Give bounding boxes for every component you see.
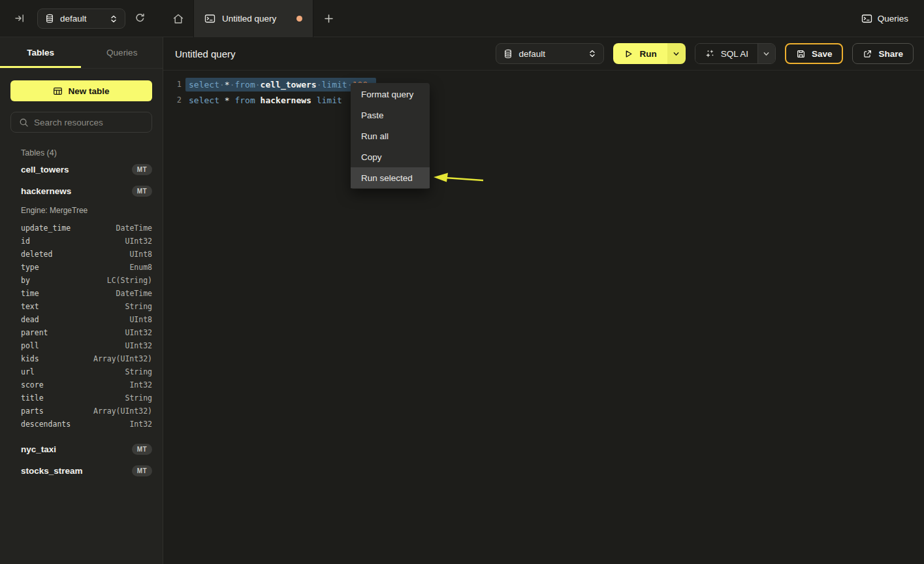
context-menu-item-run-all[interactable]: Run all <box>351 125 430 146</box>
home-icon <box>172 13 184 25</box>
table-name: cell_towers <box>21 165 69 174</box>
run-options-caret[interactable] <box>667 43 686 64</box>
chevron-down-icon <box>673 50 680 58</box>
new-tab-button[interactable] <box>313 0 343 37</box>
column-name: deleted <box>21 250 52 259</box>
table-row-cell_towers[interactable]: cell_towers MT <box>21 159 152 180</box>
query-toolbar: default Run <box>496 43 914 64</box>
context-menu-item-run-selected[interactable]: Run selected <box>351 167 430 188</box>
sidebar-tab-tables[interactable]: Tables <box>0 37 82 68</box>
search-input[interactable] <box>34 118 150 127</box>
column-row: by LC(String) <box>21 274 152 287</box>
column-row: time DateTime <box>21 287 152 300</box>
sql-ai-button-group: SQL AI <box>695 43 776 64</box>
line-number: 2 <box>163 95 182 105</box>
sql-ai-button-label: SQL AI <box>721 49 748 59</box>
tab-untitled-query[interactable]: Untitled query <box>193 0 313 37</box>
engine-badge: MT <box>132 444 152 455</box>
refresh-icon <box>135 12 146 24</box>
annotation-arrow <box>431 170 486 187</box>
column-name: url <box>21 367 35 376</box>
database-selector[interactable]: default <box>37 8 125 29</box>
column-name: score <box>21 380 44 390</box>
column-name: id <box>21 237 30 246</box>
column-type: Enum8 <box>129 263 152 272</box>
context-menu: Format query Paste Run all Copy Run sele… <box>351 83 430 189</box>
engine-badge: MT <box>132 465 152 476</box>
table-row-stocks_stream[interactable]: stocks_stream MT <box>21 460 152 482</box>
share-button[interactable]: Share <box>852 43 914 64</box>
column-row: parent UInt32 <box>21 326 152 339</box>
editor-line[interactable]: 2 select * from hackernews limit <box>163 92 924 108</box>
column-type: Int32 <box>129 380 152 390</box>
collapse-sidebar-button[interactable] <box>14 13 25 24</box>
context-menu-item-copy[interactable]: Copy <box>351 146 430 167</box>
column-row: descendants Int32 <box>21 418 152 431</box>
collapse-right-icon <box>14 13 25 24</box>
context-menu-item-paste[interactable]: Paste <box>351 105 430 125</box>
table-name: stocks_stream <box>21 466 83 476</box>
play-icon <box>624 49 633 59</box>
columns-list: update_time DateTime id UInt32 deleted U… <box>21 222 152 431</box>
column-type: UInt8 <box>129 250 152 259</box>
column-row: parts Array(UInt32) <box>21 405 152 418</box>
run-button[interactable]: Run <box>613 43 667 64</box>
column-type: String <box>125 302 152 311</box>
column-row: type Enum8 <box>21 261 152 274</box>
column-name: by <box>21 276 30 285</box>
table-grid-icon <box>53 86 63 96</box>
column-type: DateTime <box>116 224 152 233</box>
column-type: UInt32 <box>125 328 152 337</box>
editor-line[interactable]: 1 select·*·from·cell_towers·limit·100· <box>163 76 924 92</box>
queries-button[interactable]: Queries <box>861 0 908 37</box>
code-content: select * from hackernews limit <box>189 95 342 105</box>
column-type: UInt32 <box>125 341 152 350</box>
column-type: UInt8 <box>129 315 152 324</box>
toolbar-database-value: default <box>518 49 582 59</box>
search-box <box>10 112 152 133</box>
sidebar-tabs: Tables Queries <box>0 37 163 69</box>
run-button-group: Run <box>613 43 685 64</box>
database-icon <box>503 49 513 59</box>
engine-badge: MT <box>132 164 152 175</box>
refresh-button[interactable] <box>135 12 146 24</box>
queries-button-label: Queries <box>878 14 908 24</box>
column-row: update_time DateTime <box>21 222 152 235</box>
save-button-label: Save <box>812 49 833 59</box>
table-row-nyc_taxi[interactable]: nyc_taxi MT <box>21 439 152 460</box>
table-name: nyc_taxi <box>21 444 56 454</box>
column-row: deleted UInt8 <box>21 248 152 261</box>
save-button[interactable]: Save <box>785 43 844 64</box>
column-type: DateTime <box>116 289 152 298</box>
share-button-label: Share <box>878 49 903 59</box>
column-name: parent <box>21 328 48 337</box>
engine-label: Engine: MergeTree <box>21 203 152 218</box>
column-type: Array(UInt32) <box>93 406 152 416</box>
column-type: UInt32 <box>125 237 152 246</box>
table-row-hackernews[interactable]: hackernews MT <box>21 180 152 202</box>
topbar: default <box>0 0 924 37</box>
toolbar-database-selector[interactable]: default <box>496 43 604 64</box>
context-menu-item-format-query[interactable]: Format query <box>351 84 430 105</box>
column-name: update_time <box>21 224 71 233</box>
sidebar-tab-queries[interactable]: Queries <box>82 37 163 68</box>
sparkles-icon <box>705 48 715 59</box>
column-row: poll UInt32 <box>21 339 152 352</box>
tab-label: Untitled query <box>222 14 290 24</box>
sql-editor[interactable]: 1 select·*·from·cell_towers·limit·100· 2… <box>163 76 924 108</box>
column-type: String <box>125 393 152 403</box>
home-tab-button[interactable] <box>163 0 193 37</box>
sql-ai-options-caret[interactable] <box>757 44 775 63</box>
column-name: descendants <box>21 420 71 429</box>
code-content: select·*·from·cell_towers·limit·100· <box>189 80 376 90</box>
queries-terminal-icon <box>861 13 872 24</box>
column-name: text <box>21 302 39 311</box>
sidebar: Tables Queries New table Tables (4) cell… <box>0 37 163 564</box>
new-table-button[interactable]: New table <box>10 80 152 101</box>
table-name: hackernews <box>21 186 71 196</box>
tables-section-label: Tables (4) <box>21 148 163 158</box>
terminal-icon <box>204 13 215 24</box>
column-row: id UInt32 <box>21 235 152 248</box>
sql-ai-button[interactable]: SQL AI <box>695 44 757 63</box>
database-selector-value: default <box>60 14 104 24</box>
